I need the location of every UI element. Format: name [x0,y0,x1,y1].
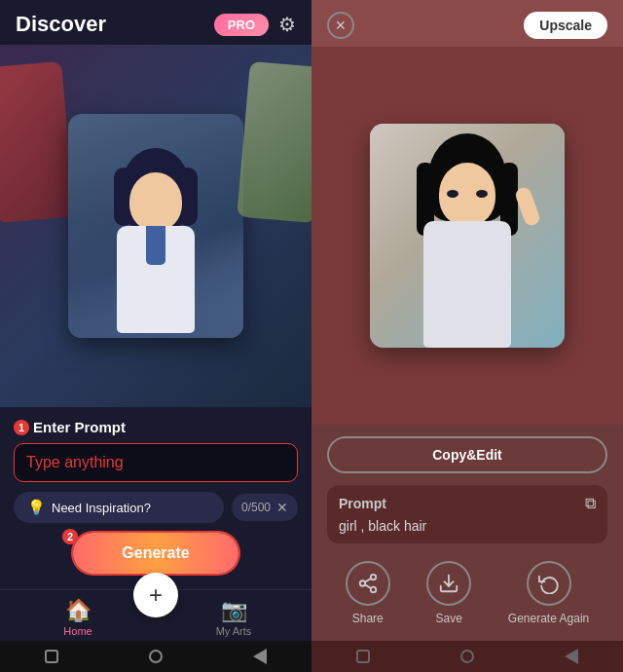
pro-button[interactable]: PRO [214,14,269,36]
side-card-right [237,61,312,223]
save-label: Save [436,612,462,625]
header-right: PRO ⚙ [214,13,296,36]
inspiration-label: Need Inspiration? [52,501,151,515]
prompt-box: Prompt ⧉ girl , black hair [327,485,607,543]
android-recent[interactable] [250,647,270,666]
anime-figure [92,143,219,338]
circle-icon [149,650,163,663]
prompt-section: 1 Enter Prompt 💡 Need Inspiration? 0/500… [0,407,312,589]
char-count: 0/500 [241,501,271,514]
close-button[interactable]: ✕ [327,12,354,39]
share-icon [346,561,390,606]
android-home[interactable] [146,647,165,666]
r-square-icon [356,650,370,663]
right-header: ✕ Upscale [312,0,623,47]
svg-line-3 [365,584,371,588]
right-panel: ✕ Upscale Copy&Edit Prompt [312,0,623,672]
upscale-button[interactable]: Upscale [524,12,607,39]
copy-icon[interactable]: ⧉ [585,495,596,512]
right-anime-figure [389,133,545,348]
header: Discover PRO ⚙ [0,0,312,45]
save-action[interactable]: Save [426,561,471,625]
clear-icon[interactable]: ✕ [276,500,288,515]
triangle-icon [253,649,267,664]
camera-icon: 📷 [221,598,247,623]
inspiration-button[interactable]: 💡 Need Inspiration? [14,492,224,523]
featured-card[interactable] [68,114,243,338]
prompt-label-text: Enter Prompt [33,419,126,435]
r-android-home[interactable] [458,647,477,666]
home-icon: 🏠 [65,598,92,623]
inspiration-row: 💡 Need Inspiration? 0/500 ✕ [14,492,298,523]
right-eye-right [476,190,488,198]
bulb-icon: 💡 [27,499,46,516]
right-image-area [312,47,623,425]
svg-line-4 [365,579,371,582]
prompt-box-title: Prompt [339,496,386,511]
share-action[interactable]: Share [346,561,390,625]
side-card-left [0,61,75,223]
app-title: Discover [16,12,106,37]
generate-again-icon [527,561,571,606]
right-eye-left [447,190,458,198]
fab-button[interactable]: + [133,573,178,617]
square-icon [45,650,58,663]
prompt-box-header: Prompt ⧉ [339,495,596,512]
right-anime-eyes [447,190,488,198]
step-2-badge: 2 [62,529,78,544]
prompt-input[interactable] [26,454,285,471]
share-label: Share [352,612,384,625]
android-nav-bar [0,641,312,672]
r-android-back[interactable] [353,647,373,666]
prompt-label-row: 1 Enter Prompt [14,419,298,435]
bottom-nav: 🏠 Home + 📷 My Arts [0,589,312,641]
r-circle-icon [460,650,474,663]
generate-again-action[interactable]: Generate Again [508,561,589,625]
right-anime-card [370,124,565,348]
prompt-box-text: girl , black hair [339,518,596,534]
anime-body [117,226,195,333]
left-panel: Discover PRO ⚙ 1 Enter Prompt [0,0,312,672]
right-anime-body [423,221,511,348]
settings-icon[interactable]: ⚙ [278,13,296,36]
r-triangle-icon [565,649,578,664]
right-android-nav-bar [312,641,623,672]
char-count-wrapper: 0/500 ✕ [232,494,298,521]
nav-home[interactable]: 🏠 Home [0,598,156,637]
gallery-area [0,45,312,407]
generate-again-label: Generate Again [508,612,589,625]
android-back[interactable] [42,647,61,666]
step-1-badge: 1 [14,420,29,435]
generate-row: 2 Generate [14,533,298,574]
right-anime-face [439,163,495,226]
right-bottom-section: Copy&Edit Prompt ⧉ girl , black hair Sha… [312,425,623,641]
anime-face [129,172,182,231]
generate-button[interactable]: Generate [73,533,238,574]
action-row: Share Save Generate Agai [327,557,607,629]
nav-my-arts[interactable]: 📷 My Arts [156,598,312,637]
prompt-input-box[interactable] [14,443,298,482]
save-icon [426,561,471,606]
nav-my-arts-label: My Arts [216,625,252,637]
gallery-background [0,45,312,407]
r-android-recent[interactable] [562,647,581,666]
nav-home-label: Home [63,625,92,637]
copy-edit-button[interactable]: Copy&Edit [327,436,607,473]
